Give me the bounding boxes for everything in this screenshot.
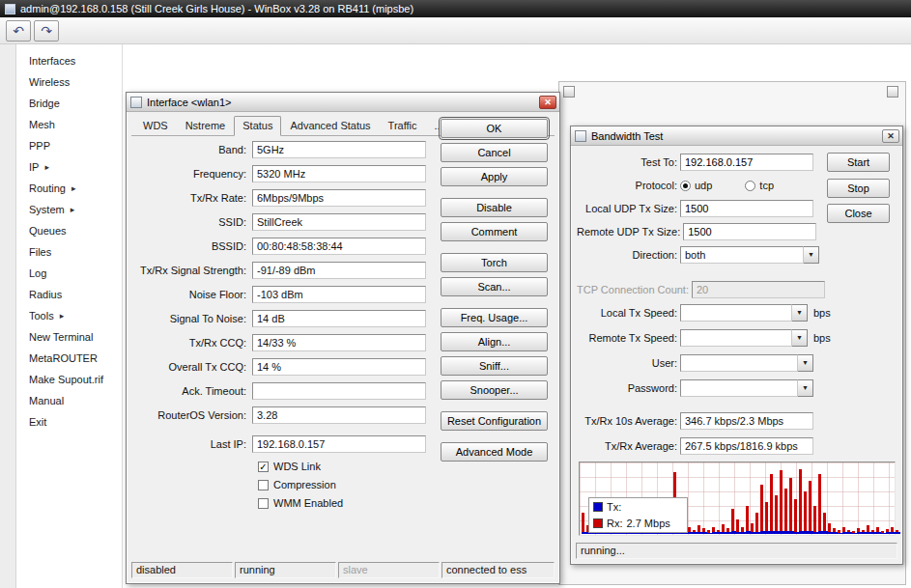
field-routeros-version: RouterOS Version:3.28 (134, 406, 426, 424)
signal-strength-value: -91/-89 dBm (252, 262, 426, 279)
field-frequency: Frequency:5320 MHz (134, 165, 426, 182)
interface-dialog-title: Interface <wlan1> (147, 97, 534, 108)
background-window-icon (563, 86, 575, 98)
comment-button[interactable]: Comment (441, 222, 548, 241)
sidebar-item-make-supout[interactable]: Make Supout.rif (17, 369, 122, 390)
last-ip-value: 192.168.0.157 (252, 435, 426, 453)
bandwidth-chart: Tx: Rx: 2.7 Mbps (579, 462, 896, 536)
sidebar-item-mesh[interactable]: Mesh (17, 114, 122, 135)
sidebar-item-new-terminal[interactable]: New Terminal (17, 326, 122, 348)
bandwidth-dialog-buttons: Start Stop Close (827, 153, 890, 223)
user-dropdown-icon[interactable]: ▼ (798, 354, 813, 372)
reset-configuration-button[interactable]: Reset Configuration (441, 411, 548, 431)
sidebar-item-ip[interactable]: IP▸ (17, 156, 122, 178)
tab-status[interactable]: Status (234, 116, 281, 136)
sniff-button[interactable]: Sniff... (441, 356, 548, 376)
sidebar-item-manual[interactable]: Manual (17, 390, 122, 411)
sidebar-item-metarouter[interactable]: MetaROUTER (17, 348, 122, 369)
snooper-button[interactable]: Snooper... (441, 380, 548, 400)
field-ssid: SSID:StillCreek (134, 213, 426, 231)
sidebar-item-bridge[interactable]: Bridge (17, 93, 122, 114)
compression-checkbox-row: Compression (258, 478, 426, 491)
ssid-value: StillCreek (252, 213, 426, 231)
field-last-ip: Last IP:192.168.0.157 (134, 435, 426, 453)
sidebar-item-log[interactable]: Log (17, 263, 122, 284)
remote-tx-speed-unit: bps (813, 332, 831, 344)
signal-to-noise-value: 14 dB (252, 310, 426, 327)
field-local-tx-speed: Local Tx Speed: ▼ bps (577, 304, 832, 322)
bandwidth-dialog-close-icon[interactable]: ✕ (882, 129, 899, 143)
direction-dropdown-icon[interactable]: ▼ (804, 246, 819, 264)
field-tx-rx-ccq: Tx/Rx CCQ:14/33 % (134, 334, 426, 351)
submenu-arrow-icon: ▸ (71, 205, 75, 214)
sidebar-item-interfaces[interactable]: Interfaces (17, 50, 122, 71)
wmm-enabled-label: WMM Enabled (273, 497, 343, 509)
chart-legend: Tx: Rx: 2.7 Mbps (588, 497, 688, 533)
local-tx-speed-dropdown-icon[interactable]: ▼ (792, 304, 808, 322)
apply-button[interactable]: Apply (441, 167, 548, 186)
wds-link-checkbox[interactable]: ✓ (258, 462, 269, 472)
disable-button[interactable]: Disable (441, 198, 548, 217)
field-test-to: Test To: (577, 154, 832, 171)
field-signal-strength: Tx/Rx Signal Strength:-91/-89 dBm (134, 262, 426, 279)
sidebar-item-radius[interactable]: Radius (17, 284, 122, 305)
user-input[interactable] (680, 354, 798, 372)
scan-button[interactable]: Scan... (441, 277, 548, 296)
app-titlebar[interactable]: admin@192.168.0.158 (Still Creek Girls H… (0, 0, 911, 17)
legend-tx-row: Tx: (593, 501, 683, 513)
field-tcp-connection-count: TCP Connection Count: 20 (577, 281, 832, 298)
remote-udp-tx-size-input[interactable] (683, 223, 816, 240)
tab-wds[interactable]: WDS (134, 116, 177, 136)
cancel-button[interactable]: Cancel (441, 143, 548, 162)
advanced-mode-button[interactable]: Advanced Mode (441, 442, 548, 462)
wmm-enabled-checkbox[interactable] (258, 498, 269, 509)
app-icon (5, 4, 15, 14)
sidebar-item-files[interactable]: Files (17, 241, 122, 263)
interface-dialog-close-icon[interactable]: ✕ (539, 96, 556, 109)
tab-advanced-status[interactable]: Advanced Status (281, 116, 379, 136)
sidebar-item-exit[interactable]: Exit (17, 411, 122, 433)
protocol-tcp-radio[interactable] (745, 181, 755, 191)
close-button[interactable]: Close (827, 204, 890, 223)
start-button[interactable]: Start (827, 153, 890, 172)
sidebar-item-routing[interactable]: Routing▸ (17, 178, 122, 199)
password-dropdown-icon[interactable]: ▼ (798, 379, 813, 397)
remote-tx-speed-input[interactable] (680, 329, 792, 347)
local-udp-tx-size-input[interactable] (680, 200, 813, 217)
sidebar-item-wireless[interactable]: Wireless (17, 71, 122, 93)
stop-button[interactable]: Stop (827, 179, 890, 198)
sidebar-item-queues[interactable]: Queues (17, 220, 122, 241)
compression-checkbox[interactable] (258, 480, 269, 490)
undo-button[interactable]: ↶ (6, 20, 31, 42)
interface-dialog-icon (130, 97, 142, 108)
band-value: 5GHz (252, 141, 426, 158)
interface-dialog-titlebar[interactable]: Interface <wlan1> ✕ (127, 93, 559, 112)
direction-select[interactable]: both (680, 246, 804, 264)
field-user: User: ▼ (577, 354, 832, 372)
ok-button[interactable]: OK (441, 119, 548, 138)
overall-tx-ccq-value: 14 % (252, 358, 426, 376)
legend-rx-row: Rx: 2.7 Mbps (593, 518, 683, 529)
remote-tx-speed-dropdown-icon[interactable]: ▼ (792, 329, 808, 347)
legend-tx-label: Tx: (607, 501, 621, 513)
local-tx-speed-input[interactable] (680, 304, 792, 322)
password-input[interactable] (680, 379, 798, 397)
tab-traffic[interactable]: Traffic (380, 116, 426, 136)
bssid-value: 00:80:48:58:38:44 (252, 238, 426, 255)
freq-usage-button[interactable]: Freq. Usage... (441, 308, 548, 327)
bandwidth-dialog-titlebar[interactable]: Bandwidth Test ✕ (571, 126, 902, 146)
redo-button[interactable]: ↷ (34, 20, 59, 42)
routeros-version-value: 3.28 (252, 406, 426, 424)
sidebar-item-ppp[interactable]: PPP (17, 135, 122, 156)
status-slave-state: slave (338, 562, 440, 578)
field-remote-udp-tx-size: Remote UDP Tx Size: (577, 223, 832, 240)
protocol-udp-radio[interactable] (680, 181, 691, 191)
sidebar-item-tools[interactable]: Tools▸ (17, 305, 122, 326)
sidebar-item-system[interactable]: System▸ (17, 199, 122, 220)
align-button[interactable]: Align... (441, 332, 548, 351)
torch-button[interactable]: Torch (441, 253, 548, 272)
sidebar: Interfaces Wireless Bridge Mesh PPP IP▸ … (0, 44, 123, 588)
tab-nstreme[interactable]: Nstreme (177, 116, 235, 136)
test-to-input[interactable] (680, 154, 813, 171)
interface-dialog-buttons: OK Cancel Apply Disable Comment Torch Sc… (441, 119, 548, 466)
